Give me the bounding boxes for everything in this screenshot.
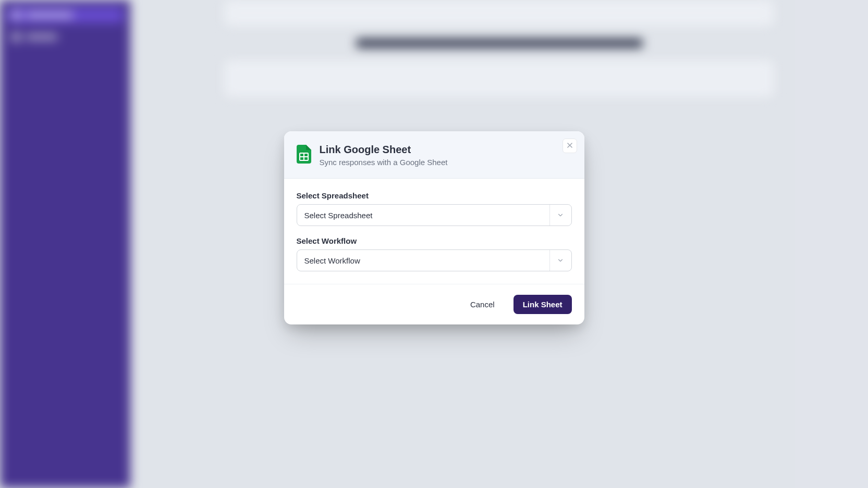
chevron-down-icon [549,250,571,271]
chevron-down-icon [549,205,571,226]
modal-header-text: Link Google Sheet Sync responses with a … [320,143,448,167]
workflow-field-group: Select Workflow Select Workflow [297,236,572,271]
spreadsheet-select-value: Select Spreadsheet [304,211,373,220]
spreadsheet-select[interactable]: Select Spreadsheet [297,204,572,226]
close-icon [566,142,573,151]
workflow-label: Select Workflow [297,236,572,245]
modal-footer: Cancel Link Sheet [284,284,584,324]
modal-body: Select Spreadsheet Select Spreadsheet Se… [284,179,584,284]
cancel-button[interactable]: Cancel [461,295,504,314]
link-google-sheet-modal: Link Google Sheet Sync responses with a … [284,131,584,324]
modal-overlay: Link Google Sheet Sync responses with a … [0,0,868,488]
google-sheets-icon [297,145,311,164]
workflow-select-value: Select Workflow [304,256,360,265]
modal-title: Link Google Sheet [320,143,448,156]
modal-subtitle: Sync responses with a Google Sheet [320,158,448,167]
spreadsheet-label: Select Spreadsheet [297,191,572,200]
modal-header: Link Google Sheet Sync responses with a … [284,131,584,179]
spreadsheet-field-group: Select Spreadsheet Select Spreadsheet [297,191,572,226]
close-button[interactable] [563,139,577,153]
workflow-select[interactable]: Select Workflow [297,249,572,271]
link-sheet-button[interactable]: Link Sheet [514,295,572,314]
